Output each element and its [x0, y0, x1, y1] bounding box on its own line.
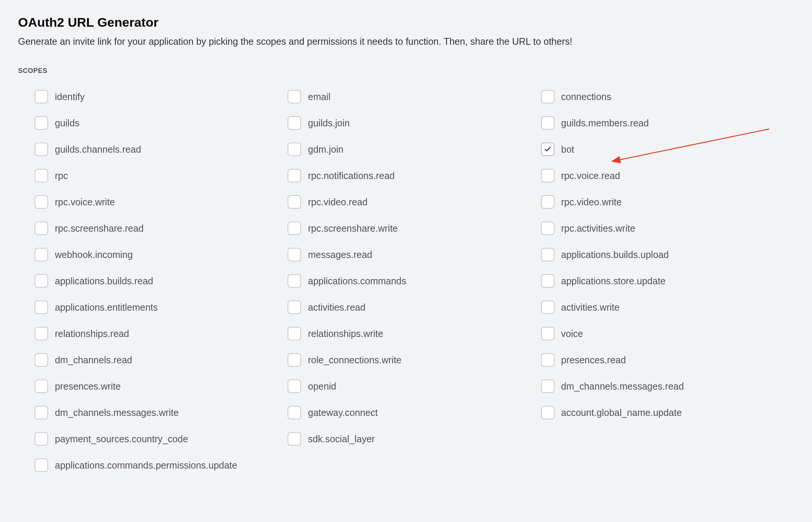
scope-label[interactable]: applications.builds.read — [55, 276, 153, 287]
scope-label[interactable]: webhook.incoming — [55, 249, 133, 260]
scope-checkbox[interactable] — [541, 274, 554, 288]
scope-checkbox[interactable] — [35, 143, 48, 156]
scope-checkbox[interactable] — [35, 406, 48, 419]
scope-label[interactable]: rpc.activities.write — [561, 223, 635, 234]
scope-checkbox[interactable] — [288, 116, 301, 130]
scope-item: guilds — [35, 116, 288, 130]
scope-checkbox[interactable] — [35, 169, 48, 182]
scope-checkbox[interactable] — [35, 90, 48, 103]
scope-checkbox[interactable] — [541, 353, 554, 367]
scope-label[interactable]: relationships.read — [55, 328, 129, 339]
scope-item: rpc — [35, 169, 288, 182]
scope-checkbox[interactable] — [35, 274, 48, 288]
scope-label[interactable]: dm_channels.read — [55, 355, 132, 366]
scope-label[interactable]: bot — [561, 144, 574, 155]
scope-checkbox[interactable] — [35, 432, 48, 446]
scope-label[interactable]: rpc.notifications.read — [308, 170, 395, 181]
scope-checkbox[interactable] — [35, 222, 48, 235]
scope-label[interactable]: payment_sources.country_code — [55, 434, 188, 445]
scope-item: account.global_name.update — [541, 406, 794, 419]
scope-label[interactable]: relationships.write — [308, 328, 383, 339]
scope-checkbox[interactable] — [288, 169, 301, 182]
scope-checkbox[interactable] — [541, 143, 554, 156]
scope-checkbox[interactable] — [288, 222, 301, 235]
scope-label[interactable]: applications.commands — [308, 276, 406, 287]
scope-checkbox[interactable] — [288, 353, 301, 367]
scope-checkbox[interactable] — [541, 90, 554, 103]
scope-checkbox[interactable] — [288, 379, 301, 393]
scope-item: presences.write — [35, 379, 288, 393]
scope-checkbox[interactable] — [541, 406, 554, 419]
scope-item: rpc.notifications.read — [288, 169, 541, 182]
scope-checkbox[interactable] — [288, 143, 301, 156]
scope-label[interactable]: account.global_name.update — [561, 407, 682, 418]
scope-checkbox[interactable] — [288, 300, 301, 314]
scope-label[interactable]: presences.read — [561, 355, 626, 366]
scope-label[interactable]: guilds.channels.read — [55, 144, 141, 155]
scope-checkbox[interactable] — [35, 379, 48, 393]
scope-label[interactable]: gateway.connect — [308, 407, 378, 418]
scope-checkbox[interactable] — [35, 116, 48, 130]
scope-label[interactable]: email — [308, 91, 330, 102]
scope-checkbox[interactable] — [35, 353, 48, 367]
scope-checkbox[interactable] — [541, 327, 554, 340]
scope-label[interactable]: gdm.join — [308, 144, 344, 155]
scope-item: relationships.read — [35, 327, 288, 340]
scope-item: role_connections.write — [288, 353, 541, 367]
scope-label[interactable]: presences.write — [55, 381, 121, 392]
scope-item: relationships.write — [288, 327, 541, 340]
scope-checkbox[interactable] — [288, 248, 301, 261]
scope-label[interactable]: applications.store.update — [561, 276, 666, 287]
scope-checkbox[interactable] — [541, 379, 554, 393]
scope-label[interactable]: guilds — [55, 118, 79, 129]
scope-checkbox[interactable] — [35, 195, 48, 209]
scope-label[interactable]: sdk.social_layer — [308, 434, 375, 445]
scope-checkbox[interactable] — [288, 90, 301, 103]
scope-checkbox[interactable] — [541, 195, 554, 209]
scope-label[interactable]: rpc.screenshare.write — [308, 223, 398, 234]
scope-checkbox[interactable] — [35, 458, 48, 472]
scopes-container: identifyguildsguilds.channels.readrpcrpc… — [18, 90, 794, 446]
scope-item: presences.read — [541, 353, 794, 367]
scope-checkbox[interactable] — [541, 222, 554, 235]
scope-label[interactable]: rpc — [55, 170, 68, 181]
scope-item: applications.commands — [288, 274, 541, 288]
scope-label[interactable]: activities.write — [561, 302, 620, 313]
scope-label[interactable]: messages.read — [308, 249, 372, 260]
scope-item: sdk.social_layer — [288, 432, 541, 446]
scope-label[interactable]: guilds.join — [308, 118, 350, 129]
scope-checkbox[interactable] — [288, 195, 301, 209]
scope-label[interactable]: role_connections.write — [308, 355, 401, 366]
scope-label[interactable]: voice — [561, 328, 583, 339]
scope-label[interactable]: activities.read — [308, 302, 365, 313]
scope-label[interactable]: openid — [308, 381, 336, 392]
scope-checkbox[interactable] — [35, 300, 48, 314]
scope-label[interactable]: connections — [561, 91, 611, 102]
scope-label[interactable]: identify — [55, 91, 85, 102]
scope-checkbox[interactable] — [541, 169, 554, 182]
scope-item: rpc.voice.read — [541, 169, 794, 182]
check-icon — [544, 146, 551, 153]
scope-label[interactable]: applications.entitlements — [55, 302, 158, 313]
scope-checkbox[interactable] — [541, 300, 554, 314]
scope-checkbox[interactable] — [288, 432, 301, 446]
scope-label[interactable]: dm_channels.messages.write — [55, 407, 179, 418]
scope-label[interactable]: applications.builds.upload — [561, 249, 669, 260]
scope-checkbox[interactable] — [35, 248, 48, 261]
scope-item: rpc.activities.write — [541, 222, 794, 235]
scope-checkbox[interactable] — [541, 248, 554, 261]
scope-checkbox[interactable] — [288, 274, 301, 288]
scope-label[interactable]: rpc.voice.write — [55, 197, 115, 208]
scope-label[interactable]: rpc.video.write — [561, 197, 622, 208]
scope-label[interactable]: guilds.members.read — [561, 118, 649, 129]
scope-label[interactable]: dm_channels.messages.read — [561, 381, 684, 392]
scope-checkbox[interactable] — [541, 116, 554, 130]
scope-label[interactable]: rpc.voice.read — [561, 170, 620, 181]
scope-label[interactable]: rpc.screenshare.read — [55, 223, 144, 234]
scope-checkbox[interactable] — [35, 327, 48, 340]
scope-checkbox[interactable] — [288, 327, 301, 340]
scope-label[interactable]: applications.commands.permissions.update — [55, 460, 237, 471]
scope-item: applications.builds.read — [35, 274, 288, 288]
scope-label[interactable]: rpc.video.read — [308, 197, 367, 208]
scope-checkbox[interactable] — [288, 406, 301, 419]
